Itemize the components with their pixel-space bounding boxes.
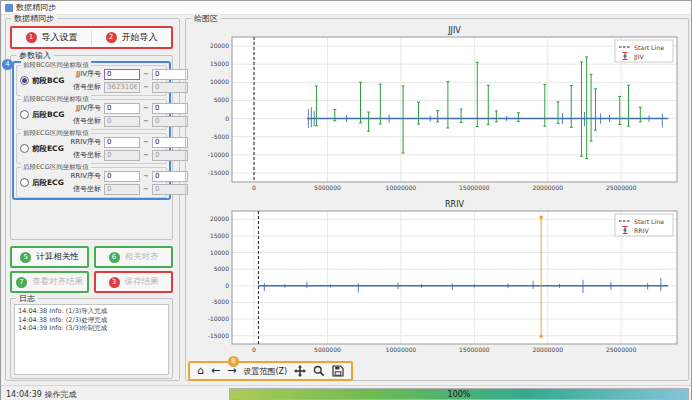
param-section-rear-bcg: 后段BCG区间坐标取值 后段BCG JJIV序号 ~ 信号坐标 (16, 99, 167, 130)
range-separator: ~ (143, 185, 149, 193)
step-badge-1: 1 (26, 32, 37, 43)
save-result-label: 保存结果 (125, 276, 159, 288)
rriv-index-to-input[interactable] (152, 171, 188, 182)
svg-text:0: 0 (225, 115, 229, 122)
log-entry: 14:04:39 Info: (3/3)绘制完成 (18, 324, 165, 333)
title-bar: 数据精同步 (1, 1, 691, 15)
rriv-index-label: RRIV序号 (68, 171, 101, 181)
radio-icon[interactable] (20, 144, 29, 153)
radio-rear-bcg[interactable]: 后段BCG (20, 110, 68, 120)
svg-text:5000: 5000 (214, 265, 229, 272)
svg-text:-15000: -15000 (208, 169, 229, 176)
jjiv-index-from-input[interactable] (104, 69, 140, 80)
param-section-front-ecg: 前段ECG区间坐标取值 前段ECG RRIV序号 ~ 信号坐标 (16, 133, 167, 164)
import-button-box: 1 导入设置 2 开始导入 (10, 26, 173, 49)
range-separator: ~ (143, 70, 149, 78)
svg-text:-10000: -10000 (208, 151, 229, 158)
svg-text:15000000: 15000000 (459, 184, 490, 191)
log-entry: 14:04:38 Info: (1/3)导入完成 (18, 307, 165, 316)
step-badge-2: 2 (106, 32, 117, 43)
set-range-button[interactable]: 设置范围(Z) (243, 366, 287, 377)
save-result-button[interactable]: 3 保存结果 (94, 271, 173, 293)
svg-text:-5000: -5000 (212, 133, 230, 140)
main-groupbox-label: 数据精同步 (11, 13, 57, 24)
radio-icon[interactable] (20, 110, 29, 119)
log-groupbox-label: 日志 (16, 293, 38, 304)
rriv-index-from-input[interactable] (104, 171, 140, 182)
jjiv-index-from-input[interactable] (104, 103, 140, 114)
svg-text:-15000: -15000 (208, 332, 229, 339)
status-bar: 14:04:39 操作完成 100% (1, 385, 691, 400)
svg-text:20000: 20000 (210, 215, 229, 222)
zoom-icon[interactable] (313, 365, 325, 377)
compute-correlation-button[interactable]: 5 计算相关性 (10, 246, 89, 268)
param-section-front-bcg: 前段BCG区间坐标取值 前段BCG JJIV序号 ~ 信号坐标 (16, 65, 167, 96)
plot-toolbar: ⌂ ← → 设置范围(Z) (188, 361, 353, 381)
back-icon[interactable]: ← (211, 363, 220, 379)
svg-text:5000000: 5000000 (314, 346, 341, 353)
progress-bar: 100% (229, 388, 689, 400)
signal-coord-to-input (152, 150, 188, 161)
progress-label: 100% (448, 390, 471, 399)
jjiv-index-to-input[interactable] (152, 69, 188, 80)
svg-text:20000000: 20000000 (532, 346, 563, 353)
log-list[interactable]: 14:04:38 Info: (1/3)导入完成 14:04:38 Info: … (14, 304, 169, 375)
app-icon (5, 4, 13, 12)
svg-text:-10000: -10000 (208, 315, 229, 322)
start-import-label: 开始导入 (122, 31, 158, 44)
import-settings-button[interactable]: 1 导入设置 (12, 28, 91, 47)
rriv-index-to-input[interactable] (152, 137, 188, 148)
svg-text:10000: 10000 (210, 249, 229, 256)
correlation-align-label: 相关对齐 (125, 251, 159, 263)
signal-coord-from-input (104, 82, 140, 93)
params-groupbox-label: 参数输入 (16, 50, 54, 61)
radio-front-ecg[interactable]: 前段ECG (20, 144, 68, 154)
signal-coord-to-input (152, 116, 188, 127)
import-settings-label: 导入设置 (42, 31, 78, 44)
view-align-result-label: 查看对齐结果 (32, 276, 83, 288)
signal-coord-label: 信号坐标 (68, 150, 101, 160)
svg-text:10000: 10000 (210, 78, 229, 85)
range-separator: ~ (143, 138, 149, 146)
home-icon[interactable]: ⌂ (197, 363, 204, 379)
signal-coord-label: 信号坐标 (68, 184, 101, 194)
signal-coord-from-input (104, 184, 140, 195)
params-blue-box: 前段BCG区间坐标取值 前段BCG JJIV序号 ~ 信号坐标 (12, 61, 171, 200)
signal-coord-from-input (104, 150, 140, 161)
svg-text:JJIV: JJIV (633, 53, 644, 61)
plot-groupbox-label: 绘图区 (191, 13, 221, 24)
step-badge-4: 4 (2, 59, 13, 70)
svg-text:0: 0 (252, 346, 256, 353)
rriv-chart[interactable]: -15000-10000-500005000100001500020000050… (190, 198, 685, 359)
start-import-button[interactable]: 2 开始导入 (92, 28, 171, 47)
range-separator: ~ (143, 83, 149, 91)
pan-icon[interactable] (294, 365, 306, 377)
step-badge-5: 5 (20, 252, 31, 263)
range-separator: ~ (143, 117, 149, 125)
jjiv-index-to-input[interactable] (152, 103, 188, 114)
view-align-result-button[interactable]: 7 查看对齐结果 (10, 271, 89, 293)
save-icon[interactable] (332, 365, 344, 377)
svg-text:20000000: 20000000 (532, 184, 563, 191)
radio-front-bcg[interactable]: 前段BCG (20, 76, 68, 86)
compute-correlation-label: 计算相关性 (36, 251, 79, 263)
svg-text:5000: 5000 (214, 96, 229, 103)
jjiv-chart[interactable]: -15000-10000-500005000100001500020000050… (190, 24, 685, 197)
radio-rear-ecg[interactable]: 后段ECG (20, 178, 68, 188)
app-window: 数据精同步 数据精同步 1 导入设置 2 开始导入 参数输入 4 前段BCG区间… (0, 0, 692, 400)
svg-text:25000000: 25000000 (606, 346, 637, 353)
correlation-align-button[interactable]: 6 相关对齐 (94, 246, 173, 268)
rriv-index-from-input[interactable] (104, 137, 140, 148)
section-title: 后段ECG区间坐标取值 (21, 163, 91, 172)
svg-text:15000000: 15000000 (459, 346, 490, 353)
svg-text:0: 0 (225, 282, 229, 289)
step-badge-8: 8 (228, 356, 239, 367)
signal-coord-to-input (152, 184, 188, 195)
svg-text:-5000: -5000 (212, 298, 230, 305)
range-separator: ~ (143, 151, 149, 159)
status-message: 14:04:39 操作完成 (6, 389, 76, 400)
radio-icon[interactable] (20, 178, 29, 187)
svg-text:Start Line: Start Line (634, 218, 664, 225)
signal-coord-label: 信号坐标 (68, 82, 101, 92)
radio-icon[interactable] (20, 76, 29, 85)
